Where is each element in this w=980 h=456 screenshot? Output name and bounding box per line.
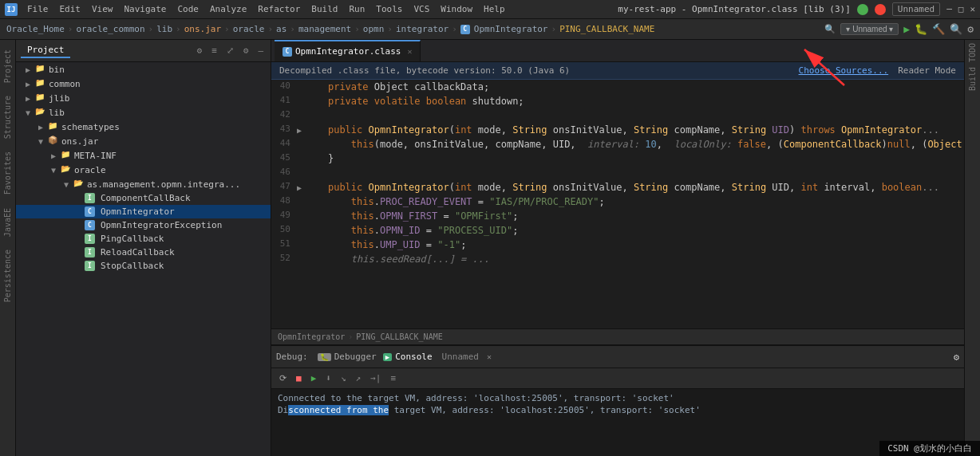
menu-help[interactable]: Help [479,2,510,16]
debug-toolbar-btn[interactable]: 🐛 [915,23,927,35]
menu-code[interactable]: Code [172,2,204,16]
folder-icon-oracle: 📂 [59,164,72,175]
debug-restart-btn[interactable]: ⟳ [276,372,290,384]
editor-tab-opmn[interactable]: C OpmnIntegrator.class ✕ [275,40,421,61]
debug-stop-btn[interactable]: ■ [293,372,305,384]
tree-item-stop-callback[interactable]: I StopCallback [16,259,271,273]
reader-mode-link[interactable]: Reader Mode [898,65,956,76]
menu-navigate[interactable]: Navigate [120,2,172,16]
code-table: 40 private Object callbackData; 41 priva… [271,80,964,266]
tree-item-jlib[interactable]: ▶ 📁 jlib [16,91,271,105]
attribution-text: CSDN @划水的小白白 [887,443,972,454]
run-config-dropdown[interactable]: Unnamed [892,2,940,16]
tree-label-as-management: as.management.opmn.integra... [87,179,240,190]
debug-step-out[interactable]: ↗ [353,372,365,384]
right-panel-todo[interactable]: TODO [968,43,977,62]
menu-refactor[interactable]: Refactor [253,2,305,16]
breadcrumb-management[interactable]: management [298,24,351,34]
debug-settings-btn[interactable]: ⚙ [954,352,959,363]
run-button[interactable] [857,4,868,15]
class-icon-opmn-exc: C [85,220,95,230]
tree-item-as-management[interactable]: ▼ 📂 as.management.opmn.integra... [16,177,271,191]
breadcrumb-oracle-home[interactable]: Oracle_Home [6,24,65,34]
tree-item-common[interactable]: ▶ 📁 common [16,77,271,91]
debug-evaluate[interactable]: ≡ [387,372,399,384]
sidebar-settings-btn[interactable]: ⚙ [241,45,251,57]
menu-view[interactable]: View [87,2,118,16]
folder-icon-jlib: 📁 [34,92,46,104]
project-tab-label[interactable]: Project [2,46,14,86]
debug-tab-console[interactable]: ▶ Console [383,352,433,362]
sidebar-project-tab[interactable]: Project [21,43,70,58]
debug-tab-debugger[interactable]: 🐛 Debugger [318,352,377,362]
persistence-tab-label[interactable]: Persistence [2,246,14,305]
window-close[interactable]: ✕ [970,4,975,14]
tree-item-component-callback[interactable]: I ComponentCallBack [16,191,271,205]
tree-arrow-schematypes: ▶ [35,123,46,132]
tree-item-ping-callback[interactable]: I PingCallback [16,232,271,246]
breadcrumb-oracle[interactable]: oracle [233,24,265,34]
breadcrumb-lib[interactable]: lib [156,24,172,34]
settings-btn[interactable]: ⚙ [967,23,974,35]
window-minimize[interactable]: ─ [946,4,952,14]
debug-resume-btn[interactable]: ▶ [308,372,320,384]
breadcrumb-oracle-common[interactable]: oracle_common [76,24,144,34]
debug-label: Debug: [276,352,308,362]
breadcrumb-opmn-integrator[interactable]: OpmnIntegrator [474,24,548,34]
menu-build[interactable]: Build [306,2,342,16]
line-content-52: this.seedRead[...] = ... [302,252,964,266]
sidebar-collapse-btn[interactable]: ≡ [209,45,219,57]
menu-analyze[interactable]: Analyze [205,2,251,16]
debug-step-into[interactable]: ↘ [338,372,350,384]
tree-item-lib[interactable]: ▼ 📂 lib [16,105,271,120]
menu-window[interactable]: Window [436,2,477,16]
tree-item-reload-callback[interactable]: I ReloadCallback [16,246,271,259]
breadcrumb-opmn[interactable]: opmn [363,24,385,34]
structure-tab-label[interactable]: Structure [2,92,14,142]
run-toolbar-btn[interactable]: ▶ [903,23,910,35]
debug-run-to-cursor[interactable]: →| [367,372,384,384]
breadcrumb-sep-1: › [68,24,73,34]
sidebar-close-btn[interactable]: — [255,45,266,57]
line-content-44: this(mode, onsInitValue, compName, UID, … [302,137,964,151]
tree-item-meta-inf[interactable]: ▶ 📁 META-INF [16,148,271,163]
debug-button[interactable] [875,4,886,15]
right-panel-build[interactable]: Build [968,67,977,91]
tree-item-ons-jar[interactable]: ▼ 📦 ons.jar [16,134,271,148]
search-btn[interactable]: 🔍 [950,23,962,35]
breadcrumb-as[interactable]: as [276,24,286,34]
javaee-tab-label[interactable]: JavaEE [2,205,14,240]
menu-edit[interactable]: Edit [55,2,86,16]
breadcrumb-sep-6: › [290,24,295,34]
tree-item-schematypes[interactable]: ▶ 📁 schematypes [16,120,271,134]
debug-line-1: Connected to the target VM, address: 'lo… [278,392,958,404]
menu-tools[interactable]: Tools [371,2,407,16]
breadcrumb-ping-callback[interactable]: PING_CALLBACK_NAME [559,24,654,34]
menu-vcs[interactable]: VCS [409,2,434,16]
favorites-tab-label[interactable]: Favorites [2,148,14,198]
menu-run[interactable]: Run [344,2,369,16]
editor-tab-close[interactable]: ✕ [407,47,412,56]
tree-item-oracle[interactable]: ▼ 📂 oracle [16,163,271,177]
gutter-43: ▶ [297,123,302,137]
debug-session-close[interactable]: ✕ [487,352,492,361]
menu-file[interactable]: File [22,2,53,16]
tree-item-bin[interactable]: ▶ 📁 bin [16,62,271,77]
debug-step-over[interactable]: ⬇ [322,372,334,384]
breadcrumb-integrator[interactable]: integrator [396,24,449,34]
folder-icon-lib: 📂 [34,107,46,118]
gutter-47: ▶ [297,180,302,195]
line-content-43: public OpmnIntegrator(int mode, String o… [302,123,964,137]
tree-item-opmn-integrator-exc[interactable]: C OpmnIntegratorException [16,218,271,232]
line-content-41: private volatile boolean shutdown; [302,94,964,108]
unnamed-dropdown[interactable]: ▾ Unnamed ▾ [840,23,899,35]
window-maximize[interactable]: □ [958,4,964,14]
breadcrumb-ons-jar[interactable]: ons.jar [184,24,221,34]
code-area[interactable]: 40 private Object callbackData; 41 priva… [271,80,964,328]
sidebar-expand-btn[interactable]: ⤢ [224,45,236,57]
tree-item-opmn-integrator[interactable]: C OpmnIntegrator [16,205,271,218]
line-num-52: 52 [271,252,297,266]
build-btn[interactable]: 🔨 [932,23,945,35]
code-line-44: 44 this(mode, onsInitValue, compName, UI… [271,137,964,151]
sidebar-sync-btn[interactable]: ⚙ [195,45,205,57]
